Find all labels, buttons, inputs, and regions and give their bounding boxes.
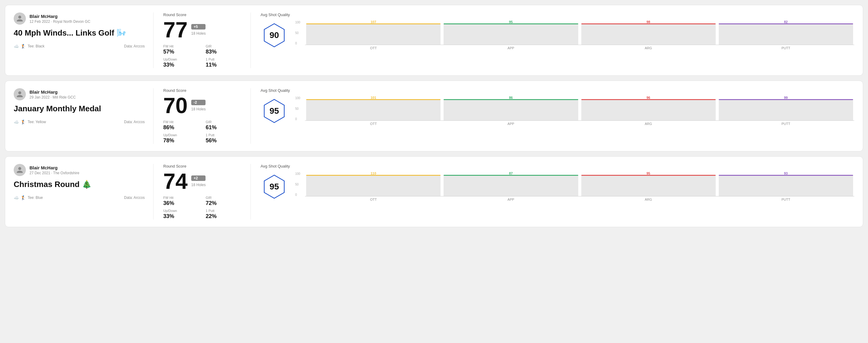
avatar (14, 88, 26, 100)
data-source: Data: Arccos (124, 120, 145, 124)
fw-hit-label: FW Hit (163, 196, 198, 199)
hex-score: 95 (269, 182, 279, 192)
date-course: 29 Jan 2022 · Mill Ride GCC (30, 95, 76, 99)
oneputt-value: 11% (206, 62, 241, 68)
gir-stat: GIR 83% (206, 44, 241, 55)
updown-stat: Up/Down 33% (163, 209, 198, 220)
score-details: +5 18 Holes (191, 24, 206, 36)
fw-hit-stat: FW Hit 36% (163, 196, 198, 207)
hex-score: 95 (269, 106, 279, 116)
cloud-icon: ☁️ (14, 44, 19, 49)
middle-section: Round Score 74 +2 18 Holes FW Hit 36% GI… (154, 164, 251, 220)
updown-stat: Up/Down 78% (163, 133, 198, 144)
oneputt-stat: 1 Putt 56% (206, 133, 241, 144)
data-source: Data: Arccos (124, 195, 145, 200)
fw-hit-label: FW Hit (163, 44, 198, 48)
left-section: Blair McHarg 29 Jan 2022 · Mill Ride GCC… (14, 88, 154, 144)
cloud-icon: ☁️ (14, 120, 19, 124)
updown-label: Up/Down (163, 58, 198, 61)
tee-label: Tee: Yellow (28, 120, 46, 124)
tee-row: ☁️ 🏌 Tee: Blue Data: Arccos (14, 195, 145, 200)
oneputt-label: 1 Putt (206, 209, 241, 213)
gir-value: 72% (206, 200, 241, 207)
gir-label: GIR (206, 196, 241, 199)
round-card: Blair McHarg 29 Jan 2022 · Mill Ride GCC… (5, 81, 863, 151)
avg-shot-quality-label: Avg Shot Quality (260, 164, 854, 168)
score-big: 70 (163, 95, 188, 117)
gir-label: GIR (206, 120, 241, 124)
left-section: Blair McHarg 27 Dec 2021 · The Oxfordshi… (14, 164, 154, 220)
right-section: Avg Shot Quality 95 100 50 0 101 (251, 88, 854, 144)
fw-hit-value: 57% (163, 49, 198, 55)
oneputt-label: 1 Putt (206, 133, 241, 137)
person-icon (16, 15, 23, 22)
gir-label: GIR (206, 44, 241, 48)
user-name: Blair McHarg (30, 14, 90, 19)
hexagon-container: 95 (260, 97, 288, 125)
user-name: Blair McHarg (30, 89, 76, 95)
right-section: Avg Shot Quality 95 100 50 0 110 (251, 164, 854, 220)
avatar (14, 12, 26, 25)
avatar (14, 164, 26, 176)
tee-row: ☁️ 🏌 Tee: Yellow Data: Arccos (14, 120, 145, 124)
updown-label: Up/Down (163, 133, 198, 137)
updown-value: 33% (163, 213, 198, 220)
score-badge: +5 (191, 24, 206, 30)
tee-info: ☁️ 🏌 Tee: Blue (14, 195, 43, 200)
round-score-label: Round Score (163, 12, 241, 17)
gir-value: 61% (206, 124, 241, 131)
updown-label: Up/Down (163, 209, 198, 213)
cloud-icon: ☁️ (14, 195, 19, 200)
left-section: Blair McHarg 12 Feb 2022 · Royal North D… (14, 12, 154, 68)
gir-stat: GIR 61% (206, 120, 241, 131)
score-row: 74 +2 18 Holes (163, 170, 241, 192)
user-name: Blair McHarg (30, 165, 79, 170)
tee-label: Tee: Blue (28, 195, 43, 200)
stats-grid: FW Hit 86% GIR 61% Up/Down 78% 1 Putt 56… (163, 120, 241, 144)
oneputt-value: 22% (206, 213, 241, 220)
middle-section: Round Score 70 -2 18 Holes FW Hit 86% GI… (154, 88, 251, 144)
tee-icon: 🏌 (21, 195, 26, 200)
quality-row: 90 100 50 0 107 95 98 82 (260, 21, 854, 50)
fw-hit-label: FW Hit (163, 120, 198, 124)
user-row: Blair McHarg 12 Feb 2022 · Royal North D… (14, 12, 145, 25)
stats-grid: FW Hit 36% GIR 72% Up/Down 33% 1 Putt 22… (163, 196, 241, 220)
avg-shot-quality-label: Avg Shot Quality (260, 88, 854, 93)
avg-shot-quality-label: Avg Shot Quality (260, 12, 854, 17)
oneputt-stat: 1 Putt 22% (206, 209, 241, 220)
user-info: Blair McHarg 12 Feb 2022 · Royal North D… (30, 14, 90, 24)
fw-hit-value: 36% (163, 200, 198, 207)
holes-text: 18 Holes (191, 107, 206, 111)
round-score-label: Round Score (163, 164, 241, 168)
gir-value: 83% (206, 49, 241, 55)
right-section: Avg Shot Quality 90 100 50 0 107 (251, 12, 854, 68)
round-card: Blair McHarg 12 Feb 2022 · Royal North D… (5, 5, 863, 76)
tee-icon: 🏌 (21, 120, 26, 124)
holes-text: 18 Holes (191, 31, 206, 36)
holes-text: 18 Holes (191, 183, 206, 187)
date-course: 12 Feb 2022 · Royal North Devon GC (30, 20, 90, 24)
score-big: 77 (163, 19, 188, 41)
score-details: -2 18 Holes (191, 100, 206, 111)
gir-stat: GIR 72% (206, 196, 241, 207)
round-card: Blair McHarg 27 Dec 2021 · The Oxfordshi… (5, 156, 863, 227)
tee-label: Tee: Black (28, 44, 44, 48)
score-row: 77 +5 18 Holes (163, 19, 241, 41)
user-info: Blair McHarg 27 Dec 2021 · The Oxfordshi… (30, 165, 79, 175)
updown-stat: Up/Down 33% (163, 58, 198, 68)
round-title: 40 Mph Winds... Links Golf 🌬️ (14, 28, 145, 38)
score-badge: -2 (191, 100, 206, 105)
user-row: Blair McHarg 29 Jan 2022 · Mill Ride GCC (14, 88, 145, 100)
user-row: Blair McHarg 27 Dec 2021 · The Oxfordshi… (14, 164, 145, 176)
score-details: +2 18 Holes (191, 176, 206, 187)
tee-info: ☁️ 🏌 Tee: Black (14, 44, 44, 49)
updown-value: 33% (163, 62, 198, 68)
tee-row: ☁️ 🏌 Tee: Black Data: Arccos (14, 44, 145, 49)
person-icon (16, 91, 23, 98)
oneputt-stat: 1 Putt 11% (206, 58, 241, 68)
score-row: 70 -2 18 Holes (163, 95, 241, 117)
fw-hit-value: 86% (163, 124, 198, 131)
updown-value: 78% (163, 137, 198, 144)
quality-row: 95 100 50 0 101 86 96 99 (260, 96, 854, 126)
hex-score: 90 (269, 30, 279, 40)
